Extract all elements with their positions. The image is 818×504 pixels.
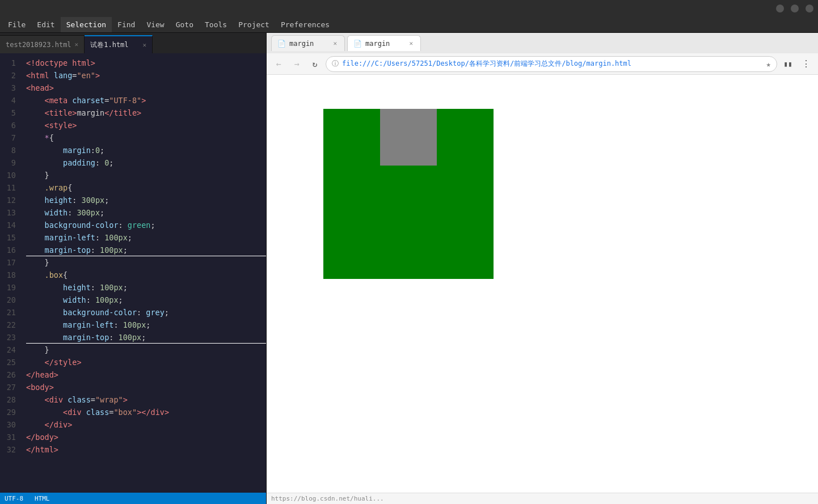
tab-favicon-icon: 📄	[353, 40, 362, 48]
token: 300px	[82, 194, 105, 206]
extensions-button[interactable]: ▮▮	[781, 57, 795, 71]
token: "wrap"	[95, 393, 123, 406]
token: .wrap	[45, 181, 68, 194]
menu-item-find[interactable]: Find	[112, 17, 141, 32]
code-line-7: *{	[26, 132, 266, 144]
token	[63, 393, 68, 406]
browser-content	[267, 75, 818, 493]
editor-tab-1[interactable]: 试卷1.html✕	[85, 35, 153, 53]
token: div	[49, 393, 63, 406]
menu-item-view[interactable]: View	[141, 17, 170, 32]
token: 100px	[100, 281, 123, 294]
token: 0	[104, 156, 109, 169]
browser-tab-label: margin	[365, 40, 390, 48]
token: div	[151, 406, 165, 418]
browser-tab-close-icon[interactable]: ✕	[331, 39, 339, 48]
line-number-26: 26	[0, 369, 16, 381]
menu-item-selection[interactable]: Selection	[61, 17, 112, 32]
line-number-21: 21	[0, 306, 16, 319]
menu-item-edit[interactable]: Edit	[31, 17, 60, 32]
token	[26, 144, 63, 156]
browser-tab-close-icon[interactable]: ✕	[407, 39, 415, 48]
token: ;	[141, 333, 146, 342]
token: ;	[123, 245, 128, 255]
line-number-20: 20	[0, 294, 16, 306]
code-line-31: </body>	[26, 431, 266, 443]
refresh-button[interactable]: ↻	[307, 57, 322, 71]
code-line-1: <!doctype html>	[26, 57, 266, 69]
line-number-9: 9	[0, 156, 16, 169]
token	[68, 94, 72, 107]
close-btn[interactable]	[806, 5, 813, 12]
token: >	[49, 82, 54, 94]
token: class	[68, 393, 91, 406]
menu-item-preferences[interactable]: Preferences	[275, 17, 335, 32]
tab-close-icon[interactable]: ✕	[75, 41, 79, 48]
code-line-24: }	[26, 344, 266, 356]
token	[26, 294, 63, 306]
line-number-15: 15	[0, 231, 16, 244]
token	[26, 132, 45, 144]
token: *	[45, 132, 49, 144]
token: body	[35, 431, 54, 443]
token	[26, 356, 45, 369]
token: ;	[100, 144, 104, 156]
token: :	[91, 144, 95, 156]
code-line-12: height: 300px;	[26, 194, 266, 206]
browser-tab-0[interactable]: 📄margin✕	[271, 35, 345, 51]
tab-close-icon[interactable]: ✕	[143, 41, 147, 49]
token: :	[137, 306, 146, 319]
menu-item-goto[interactable]: Goto	[170, 17, 199, 32]
token	[26, 169, 45, 181]
menu-item-tools[interactable]: Tools	[199, 17, 233, 32]
token: >	[123, 393, 128, 406]
bookmark-icon[interactable]: ★	[766, 60, 771, 69]
token: background-color	[45, 219, 119, 231]
browser-chrome: 📄margin✕📄margin✕ ← → ↻ ⓘ file:///C:/User…	[267, 33, 818, 75]
token: >	[137, 107, 141, 119]
token: =	[109, 406, 113, 418]
url-bar[interactable]: ⓘ file:///C:/Users/57251/Desktop/各科学习资料/…	[326, 56, 777, 72]
code-line-29: <div class="box"></div>	[26, 406, 266, 418]
token: :	[119, 219, 128, 231]
token: html	[31, 69, 49, 82]
token: height	[45, 194, 73, 206]
token: body	[31, 381, 49, 393]
token: =	[91, 393, 95, 406]
menu-item-project[interactable]: Project	[233, 17, 275, 32]
token: >	[165, 406, 169, 418]
editor-tab-0[interactable]: test2018923.html✕	[0, 35, 85, 53]
main-area: test2018923.html✕试卷1.html✕ 1234567891011…	[0, 33, 818, 504]
tab-label: 试卷1.html	[90, 40, 128, 50]
menu-item-file[interactable]: File	[2, 17, 31, 32]
token: lang	[54, 69, 73, 82]
line-number-4: 4	[0, 94, 16, 107]
token: {	[68, 181, 72, 194]
line-number-12: 12	[0, 194, 16, 206]
token: margin-left	[45, 231, 95, 244]
code-line-20: width: 100px;	[26, 294, 266, 306]
browser-menu-button[interactable]: ⋮	[799, 57, 813, 71]
browser-tab-1[interactable]: 📄margin✕	[347, 35, 421, 51]
token: >	[54, 369, 58, 381]
line-number-16: 16	[0, 244, 16, 256]
token: 100px	[100, 245, 123, 255]
code-line-17: }	[26, 256, 266, 269]
minimize-btn[interactable]	[776, 5, 784, 12]
demo-box	[380, 109, 437, 166]
line-number-1: 1	[0, 57, 16, 69]
line-number-13: 13	[0, 206, 16, 219]
code-line-3: <head>	[26, 82, 266, 94]
token: :	[109, 333, 118, 342]
maximize-btn[interactable]	[791, 5, 799, 12]
forward-button[interactable]: →	[289, 57, 304, 71]
token: padding	[63, 156, 95, 169]
line-number-31: 31	[0, 431, 16, 443]
token: <	[63, 406, 68, 418]
back-button[interactable]: ←	[271, 57, 286, 71]
token: width	[63, 294, 86, 306]
line-numbers: 1234567891011121314151617181920212223242…	[0, 53, 20, 493]
browser-tab-label: margin	[289, 40, 314, 48]
line-number-11: 11	[0, 181, 16, 194]
code-area[interactable]: 1234567891011121314151617181920212223242…	[0, 53, 266, 493]
